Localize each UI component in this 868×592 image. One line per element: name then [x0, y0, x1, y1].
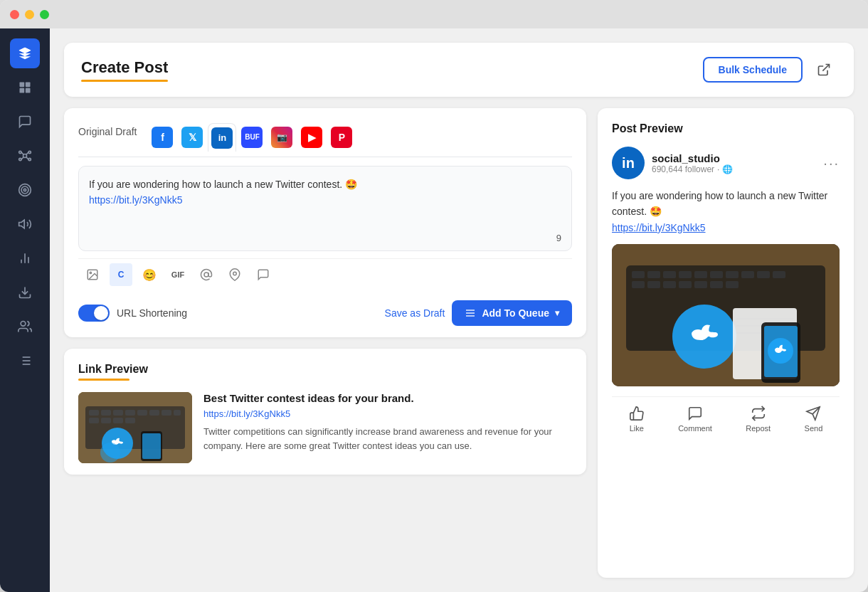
preview-like-action[interactable]: Like [629, 406, 645, 433]
char-count: 9 [556, 233, 561, 243]
save-draft-button[interactable]: Save as Draft [385, 307, 445, 319]
sidebar-item-dashboard[interactable] [10, 73, 40, 102]
comment-toolbar-icon[interactable] [252, 263, 275, 286]
link-article-title: Best Twitter contest ideas for your bran… [203, 392, 572, 404]
preview-send-action[interactable]: Send [805, 406, 823, 433]
svg-point-9 [28, 158, 31, 160]
svg-line-11 [26, 152, 28, 154]
svg-rect-48 [89, 418, 99, 423]
svg-rect-40 [89, 410, 99, 416]
sidebar [0, 28, 50, 592]
sidebar-item-download[interactable] [10, 278, 40, 307]
svg-rect-71 [647, 281, 660, 288]
svg-point-55 [100, 443, 120, 462]
image-toolbar-icon[interactable] [81, 263, 104, 286]
svg-point-16 [23, 189, 26, 191]
preview-user: in social_studio 690,644 follower · 🌐 [612, 147, 733, 179]
content-toolbar-icon[interactable]: C [110, 263, 132, 286]
buffer-icon: BUF [241, 127, 263, 148]
link-preview-underline [78, 379, 129, 381]
svg-line-13 [26, 157, 28, 159]
preview-post-link[interactable]: https://bit.ly/3KgNkk5 [612, 222, 706, 233]
page-title: Create Post [81, 58, 168, 77]
maximize-button[interactable] [40, 10, 49, 19]
svg-rect-60 [632, 271, 645, 278]
link-preview-title-wrap: Link Preview [78, 363, 572, 381]
link-article-url[interactable]: https://bit.ly/3KgNkk5 [203, 408, 572, 419]
svg-point-33 [233, 272, 237, 275]
sidebar-item-analytics[interactable] [10, 243, 40, 273]
svg-point-15 [21, 186, 28, 194]
url-shortening-label: URL Shortening [117, 307, 187, 319]
tab-twitter[interactable]: 𝕏 [178, 122, 206, 151]
mention-toolbar-icon[interactable] [195, 263, 218, 286]
platform-tabs: f 𝕏 in BUF [148, 122, 572, 151]
gif-toolbar-icon[interactable]: GIF [166, 263, 189, 286]
location-toolbar-icon[interactable] [223, 263, 246, 286]
sidebar-item-hub[interactable] [10, 141, 40, 171]
post-preview-title: Post Preview [612, 122, 840, 135]
link-article-description: Twitter competitions can significantly i… [203, 425, 572, 453]
title-underline [81, 80, 168, 82]
facebook-icon: f [152, 127, 173, 148]
sidebar-item-team[interactable] [10, 312, 40, 342]
compose-card: Original Draft f 𝕏 in [64, 108, 586, 337]
header-card: Create Post Bulk Schedule [64, 43, 854, 97]
svg-rect-76 [726, 281, 739, 288]
queue-icon [465, 307, 476, 319]
tab-youtube[interactable]: ▶ [297, 122, 326, 151]
close-button[interactable] [10, 10, 19, 19]
page-title-wrap: Create Post [81, 58, 168, 82]
bulk-schedule-button[interactable]: Bulk Schedule [703, 57, 803, 83]
tab-buffer[interactable]: BUF [238, 122, 266, 151]
svg-rect-65 [710, 271, 723, 278]
export-button[interactable] [811, 57, 837, 83]
tab-pinterest[interactable]: P [327, 122, 356, 151]
link-preview-content: Best Twitter contest ideas for your bran… [78, 392, 572, 463]
sidebar-item-messages[interactable] [10, 107, 40, 137]
url-shortening-toggle[interactable] [78, 305, 110, 322]
sidebar-item-navigate[interactable] [10, 38, 40, 68]
send-icon [805, 406, 821, 421]
svg-point-31 [90, 272, 91, 273]
tab-instagram[interactable]: 📷 [268, 122, 296, 151]
preview-comment-action[interactable]: Comment [678, 406, 712, 433]
repost-label: Repost [746, 424, 771, 433]
repost-icon [751, 406, 766, 421]
tab-linkedin[interactable]: in [208, 123, 236, 152]
svg-rect-47 [174, 410, 181, 416]
svg-rect-69 [773, 271, 785, 278]
tab-facebook[interactable]: f [148, 122, 176, 151]
minimize-button[interactable] [25, 10, 34, 19]
like-label: Like [630, 424, 644, 433]
preview-repost-action[interactable]: Repost [746, 406, 771, 433]
compose-text-content: If you are wondering how to launch a new… [89, 176, 561, 208]
youtube-icon: ▶ [301, 127, 322, 148]
post-link[interactable]: https://bit.ly/3KgNkk5 [89, 194, 183, 206]
post-preview-card: Post Preview in social_studio 690,644 fo… [598, 108, 854, 578]
toggle-thumb [94, 306, 108, 320]
add-queue-label: Add To Queue [482, 307, 549, 319]
svg-point-7 [28, 151, 31, 153]
svg-point-32 [204, 273, 208, 277]
svg-rect-1 [20, 83, 25, 88]
svg-rect-51 [125, 418, 135, 423]
sidebar-item-list[interactable] [10, 346, 40, 376]
svg-marker-17 [19, 220, 25, 228]
more-options-button[interactable]: ··· [823, 155, 840, 171]
svg-rect-43 [125, 410, 135, 416]
post-text: If you are wondering how to launch a new… [89, 179, 357, 190]
svg-rect-63 [679, 271, 692, 278]
preview-image [612, 244, 840, 386]
sidebar-item-broadcast[interactable] [10, 209, 40, 239]
emoji-toolbar-icon[interactable]: 😊 [138, 263, 161, 286]
sidebar-item-target[interactable] [10, 175, 40, 205]
preview-followers: 690,644 follower · 🌐 [652, 164, 733, 174]
svg-marker-0 [19, 48, 31, 53]
add-to-queue-button[interactable]: Add To Queue ▾ [452, 300, 572, 326]
compose-textarea[interactable]: If you are wondering how to launch a new… [78, 166, 572, 251]
action-bar: URL Shortening Save as Draft Add To Queu… [78, 300, 572, 326]
svg-line-12 [21, 157, 23, 159]
svg-rect-75 [710, 281, 723, 288]
svg-rect-4 [26, 88, 31, 93]
